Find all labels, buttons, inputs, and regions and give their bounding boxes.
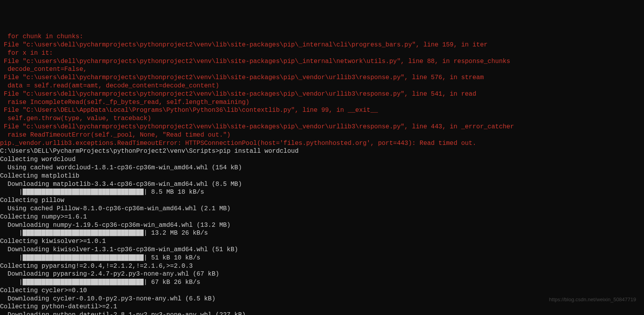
pip-output-line: Collecting wordcloud [0,156,644,164]
traceback-line: decode_content=False, [0,65,644,74]
pip-output-line: Collecting numpy>=1.6.1 [0,213,644,221]
pip-output-line: Using cached wordcloud-1.8.1-cp36-cp36m-… [0,164,644,172]
traceback-line: raise IncompleteRead(self._fp_bytes_read… [0,98,644,107]
pip-output-line: Collecting pillow [0,196,644,205]
traceback-line: data = self.read(amt=amt, decode_content… [0,82,644,90]
pip-output-line: |████████████████████████████████| 13.2 … [0,229,644,237]
pip-output-line: Downloading numpy-1.19.5-cp36-cp36m-win_… [0,221,644,230]
pip-output-line: Downloading pyparsing-2.4.7-py2.py3-none… [0,270,644,278]
command-prompt-line: C:\Users\DELL\PycharmProjects\pythonProj… [0,147,644,156]
pip-output-line: |████████████████████████████████| 51 kB… [0,254,644,262]
traceback-line: self.gen.throw(type, value, traceback) [0,115,644,123]
traceback-line: pip._vendor.urllib3.exceptions.ReadTimeo… [0,139,644,148]
pip-output-line: Collecting cycler>=0.10 [0,287,644,295]
traceback-line: File "c:\users\dell\pycharmprojects\pyth… [0,57,644,66]
watermark-text: https://blog.csdn.net/weixin_50847719 [549,296,636,303]
pip-output-line: |████████████████████████████████| 67 kB… [0,278,644,287]
traceback-line: File "c:\users\dell\pycharmprojects\pyth… [0,74,644,82]
pip-output-line: Downloading python_dateutil-2.8.1-py2.py… [0,311,644,315]
traceback-line: for x in it: [0,49,644,57]
traceback-line: for chunk in chunks: [0,33,644,41]
pip-output-line: Downloading matplotlib-3.3.4-cp36-cp36m-… [0,180,644,189]
pip-output-line: Downloading cycler-0.10.0-py2.py3-none-a… [0,295,644,303]
pip-output-line: Collecting pyparsing!=2.0.4,!=2.1.2,!=2.… [0,262,644,271]
traceback-line: File "C:\Users\DELL\AppData\Local\Progra… [0,106,644,115]
pip-output-line: Collecting kiwisolver>=1.0.1 [0,237,644,246]
pip-output-line: Downloading kiwisolver-1.3.1-cp36-cp36m-… [0,246,644,254]
pip-output-line: Using cached Pillow-8.1.0-cp36-cp36m-win… [0,205,644,213]
pip-output-line: Collecting python-dateutil>=2.1 [0,303,644,311]
terminal-output: for chunk in chunks: File "c:\users\dell… [0,33,644,315]
pip-output-line: Collecting matplotlib [0,172,644,180]
traceback-line: File "c:\users\dell\pycharmprojects\pyth… [0,41,644,49]
pip-output-line: |████████████████████████████████| 8.5 M… [0,188,644,196]
traceback-line: File "c:\users\dell\pycharmprojects\pyth… [0,123,644,131]
traceback-line: File "c:\users\dell\pycharmprojects\pyth… [0,90,644,98]
traceback-line: raise ReadTimeoutError(self._pool, None,… [0,131,644,139]
